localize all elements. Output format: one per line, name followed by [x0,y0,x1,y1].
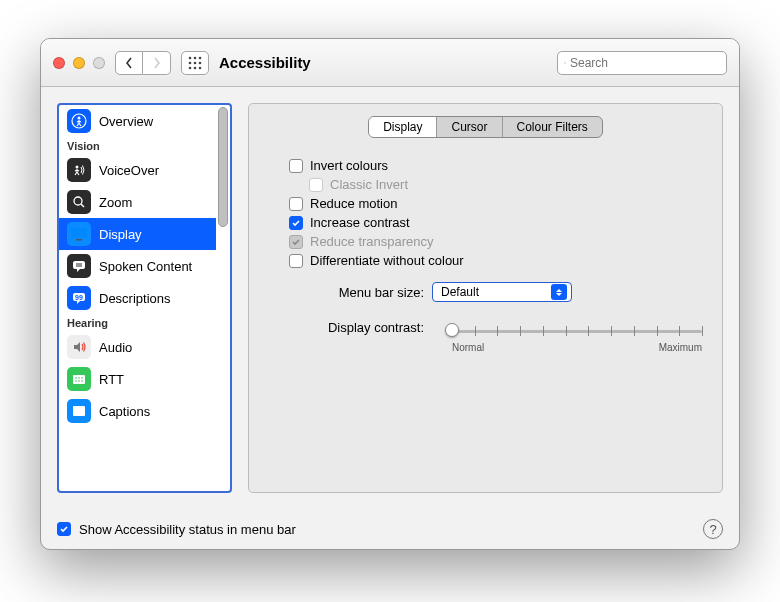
reduce-motion-label: Reduce motion [310,196,397,211]
svg-point-30 [81,380,83,382]
tab-display[interactable]: Display [369,117,437,137]
captions-icon [67,399,91,423]
classic-invert-checkbox [309,178,323,192]
window-title: Accessibility [219,54,311,71]
differentiate-label: Differentiate without colour [310,253,464,268]
reduce-transparency-row: Reduce transparency [289,232,702,251]
sidebar-item-spoken[interactable]: Spoken Content [59,250,216,282]
svg-point-8 [199,66,202,69]
sidebar-item-display[interactable]: Display [59,218,216,250]
invert-colours-row: Invert colours [289,156,702,175]
sidebar-label: RTT [99,372,124,387]
overview-icon [67,109,91,133]
audio-icon [67,335,91,359]
sidebar-label: Descriptions [99,291,171,306]
svg-point-29 [78,380,80,382]
invert-colours-label: Invert colours [310,158,388,173]
menu-bar-size-row: Menu bar size: Default [309,278,702,306]
zoom-window-button[interactable] [93,57,105,69]
invert-colours-checkbox[interactable] [289,159,303,173]
traffic-lights [53,57,105,69]
help-icon: ? [709,522,716,537]
differentiate-checkbox[interactable] [289,254,303,268]
checkmark-icon [291,218,301,228]
show-status-checkbox[interactable] [57,522,71,536]
svg-text:99: 99 [75,294,83,301]
svg-point-28 [75,380,77,382]
sidebar-label: VoiceOver [99,163,159,178]
tab-cursor[interactable]: Cursor [437,117,502,137]
tab-bar: Display Cursor Colour Filters [269,116,702,138]
classic-invert-label: Classic Invert [330,177,408,192]
sidebar-item-zoom[interactable]: Zoom [59,186,216,218]
minimize-window-button[interactable] [73,57,85,69]
slider-knob[interactable] [445,323,459,337]
sidebar-label: Captions [99,404,150,419]
svg-point-0 [189,56,192,59]
sidebar-item-descriptions[interactable]: 99 Descriptions [59,282,216,314]
show-all-button[interactable] [181,51,209,75]
spoken-content-icon [67,254,91,278]
menu-bar-size-label: Menu bar size: [309,285,424,300]
grid-icon [188,56,202,70]
zoom-icon [67,190,91,214]
display-contrast-label: Display contrast: [309,318,424,335]
sidebar-item-rtt[interactable]: RTT [59,363,216,395]
checkmark-icon [59,524,69,534]
sidebar-label: Audio [99,340,132,355]
differentiate-row: Differentiate without colour [289,251,702,270]
svg-point-14 [74,197,82,205]
preferences-window: Accessibility Overview Vision [40,38,740,550]
contrast-slider[interactable] [452,322,702,340]
increase-contrast-checkbox[interactable] [289,216,303,230]
svg-point-13 [76,166,79,169]
menu-bar-size-select[interactable]: Default [432,282,572,302]
sidebar-item-audio[interactable]: Audio [59,331,216,363]
voiceover-icon [67,158,91,182]
reduce-transparency-label: Reduce transparency [310,234,434,249]
display-contrast-row: Display contrast: Normal Maximum [309,314,702,357]
display-icon [67,222,91,246]
svg-point-26 [78,377,80,379]
search-input[interactable] [570,56,720,70]
svg-rect-18 [76,239,82,241]
sidebar-item-overview[interactable]: Overview [59,105,216,137]
footer: Show Accessibility status in menu bar ? [41,509,739,549]
search-field[interactable] [557,51,727,75]
svg-rect-17 [71,228,87,238]
help-button[interactable]: ? [703,519,723,539]
svg-point-6 [189,66,192,69]
svg-point-9 [564,62,565,63]
increase-contrast-label: Increase contrast [310,215,410,230]
sidebar-scrollbar[interactable] [216,105,230,491]
forward-button [143,51,171,75]
svg-point-1 [194,56,197,59]
sidebar-label: Zoom [99,195,132,210]
sidebar-label: Display [99,227,142,242]
sidebar: Overview Vision VoiceOver Zoom [57,103,232,493]
nav-buttons [115,51,171,75]
svg-line-15 [81,204,84,207]
slider-max-label: Maximum [659,342,702,353]
sidebar-item-voiceover[interactable]: VoiceOver [59,154,216,186]
svg-rect-31 [73,406,85,416]
close-window-button[interactable] [53,57,65,69]
svg-point-2 [199,56,202,59]
content-area: Overview Vision VoiceOver Zoom [41,87,739,509]
svg-point-27 [81,377,83,379]
sidebar-label: Overview [99,114,153,129]
classic-invert-row: Classic Invert [289,175,702,194]
sidebar-header-vision: Vision [59,137,216,154]
sidebar-item-captions[interactable]: Captions [59,395,216,427]
scrollbar-thumb[interactable] [218,107,228,227]
back-button[interactable] [115,51,143,75]
tab-colour-filters[interactable]: Colour Filters [503,117,602,137]
svg-point-4 [194,61,197,64]
reduce-motion-row: Reduce motion [289,194,702,213]
svg-rect-19 [73,261,85,269]
svg-point-25 [75,377,77,379]
checkmark-icon [291,237,301,247]
increase-contrast-row: Increase contrast [289,213,702,232]
reduce-motion-checkbox[interactable] [289,197,303,211]
svg-point-3 [189,61,192,64]
